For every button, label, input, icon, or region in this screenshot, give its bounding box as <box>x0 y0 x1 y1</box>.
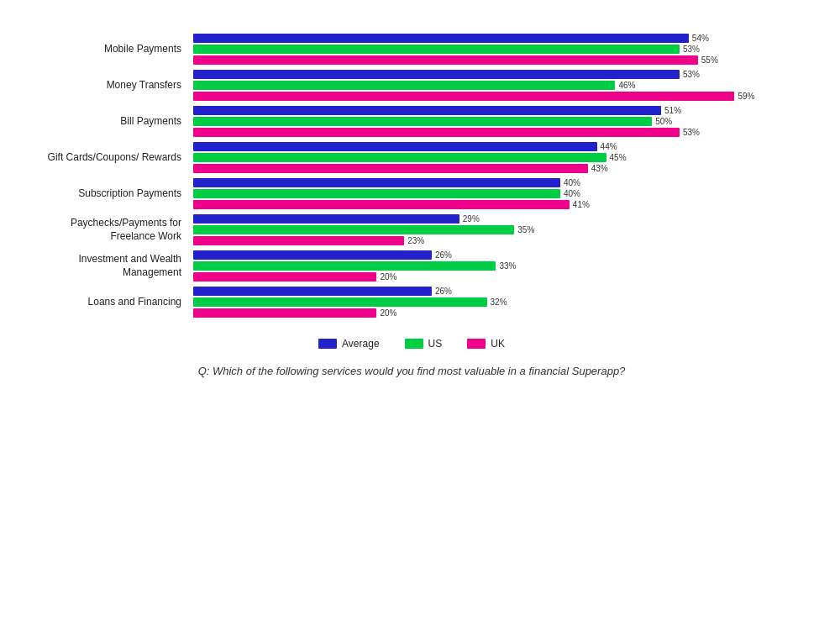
bar-line-uk: 20% <box>193 272 790 282</box>
bars-group: 53%46%59% <box>193 70 790 101</box>
bar-uk <box>193 308 376 318</box>
bar-label-average: 44% <box>601 142 617 151</box>
row-label: Mobile Payments <box>34 43 193 56</box>
bar-uk <box>193 272 376 282</box>
bar-line-uk: 41% <box>193 200 790 209</box>
chart-row: Mobile Payments54%53%55% <box>34 34 790 65</box>
bar-line-uk: 53% <box>193 128 790 137</box>
legend-color-us <box>405 339 423 349</box>
chart-row: Subscription Payments40%40%41% <box>34 178 790 209</box>
bar-label-uk: 55% <box>701 55 718 65</box>
bar-line-us: 35% <box>193 225 790 234</box>
legend-us: US <box>405 338 443 350</box>
bar-line-average: 29% <box>193 214 790 224</box>
bar-label-uk: 59% <box>738 92 754 101</box>
bar-average <box>193 250 432 260</box>
bar-label-uk: 20% <box>380 308 396 318</box>
bar-line-average: 51% <box>193 106 790 115</box>
bar-line-us: 50% <box>193 117 790 126</box>
bar-uk <box>193 236 404 245</box>
bar-us <box>193 261 496 271</box>
row-label: Money Transfers <box>34 79 193 92</box>
bar-uk <box>193 92 734 101</box>
bar-label-uk: 20% <box>380 272 396 282</box>
bars-group: 29%35%23% <box>193 214 790 245</box>
bar-line-average: 53% <box>193 70 790 79</box>
bar-label-us: 35% <box>517 225 534 234</box>
bar-average <box>193 178 560 187</box>
bar-average <box>193 70 680 79</box>
bar-line-uk: 59% <box>193 92 790 101</box>
bar-label-us: 45% <box>610 153 627 162</box>
bar-average <box>193 287 432 296</box>
bar-average <box>193 34 689 43</box>
bar-line-average: 54% <box>193 34 790 43</box>
legend-uk: UK <box>467 338 505 350</box>
chart-container: Mobile Payments54%53%55%Money Transfers5… <box>0 0 840 394</box>
bar-label-average: 26% <box>435 250 452 260</box>
bar-line-us: 45% <box>193 153 790 162</box>
bar-label-average: 54% <box>692 34 709 43</box>
chart-row: Investment and Wealth Management26%33%20… <box>34 250 790 282</box>
bar-label-uk: 43% <box>591 164 608 173</box>
bar-us <box>193 189 560 198</box>
bar-average <box>193 142 597 151</box>
bar-line-us: 32% <box>193 297 790 307</box>
legend-color-uk <box>467 339 486 349</box>
bar-line-us: 33% <box>193 261 790 271</box>
bar-label-us: 33% <box>499 261 516 271</box>
legend-label-uk: UK <box>491 338 505 350</box>
bar-label-us: 50% <box>655 117 672 126</box>
footnote: Q: Which of the following services would… <box>34 365 790 377</box>
bar-line-uk: 20% <box>193 308 790 318</box>
chart-row: Loans and Financing26%32%20% <box>34 287 790 318</box>
bar-uk <box>193 164 588 173</box>
bar-line-average: 40% <box>193 178 790 187</box>
row-label: Loans and Financing <box>34 296 193 309</box>
bar-line-us: 46% <box>193 81 790 90</box>
bar-label-average: 51% <box>664 106 681 115</box>
row-label: Investment and Wealth Management <box>34 253 193 279</box>
bar-uk <box>193 128 680 137</box>
legend-label-average: Average <box>342 338 379 350</box>
bar-uk <box>193 55 698 65</box>
bars-group: 40%40%41% <box>193 178 790 209</box>
bar-line-uk: 43% <box>193 164 790 173</box>
bars-group: 26%33%20% <box>193 250 790 282</box>
row-label: Subscription Payments <box>34 187 193 201</box>
chart-row: Bill Payments51%50%53% <box>34 106 790 137</box>
bar-line-uk: 55% <box>193 55 790 65</box>
bar-us <box>193 225 514 234</box>
legend: Average US UK <box>34 338 790 350</box>
bar-us <box>193 81 615 90</box>
legend-average: Average <box>318 338 379 350</box>
bar-label-us: 40% <box>564 189 580 198</box>
row-label: Paychecks/Payments for Freelance Work <box>34 217 193 243</box>
bar-us <box>193 117 652 126</box>
bar-us <box>193 45 680 54</box>
bar-average <box>193 106 661 115</box>
legend-color-average <box>318 339 337 349</box>
bar-label-average: 29% <box>463 214 480 224</box>
bar-uk <box>193 200 570 209</box>
bar-line-average: 26% <box>193 287 790 296</box>
row-label: Bill Payments <box>34 115 193 129</box>
chart-area: Mobile Payments54%53%55%Money Transfers5… <box>34 34 790 323</box>
row-label: Gift Cards/Coupons/ Rewards <box>34 151 193 165</box>
bar-average <box>193 214 459 224</box>
bar-label-uk: 53% <box>683 128 700 137</box>
bars-group: 44%45%43% <box>193 142 790 173</box>
bar-label-average: 26% <box>435 287 452 296</box>
bars-group: 54%53%55% <box>193 34 790 65</box>
chart-row: Paychecks/Payments for Freelance Work29%… <box>34 214 790 245</box>
bar-us <box>193 153 606 162</box>
bar-label-average: 40% <box>564 178 580 187</box>
bar-line-average: 26% <box>193 250 790 260</box>
bar-label-us: 32% <box>491 297 507 307</box>
bar-label-us: 53% <box>683 45 700 54</box>
chart-row: Gift Cards/Coupons/ Rewards44%45%43% <box>34 142 790 173</box>
bar-label-uk: 23% <box>407 236 424 245</box>
bar-label-uk: 41% <box>573 200 590 209</box>
bar-line-us: 53% <box>193 45 790 54</box>
bar-line-uk: 23% <box>193 236 790 245</box>
